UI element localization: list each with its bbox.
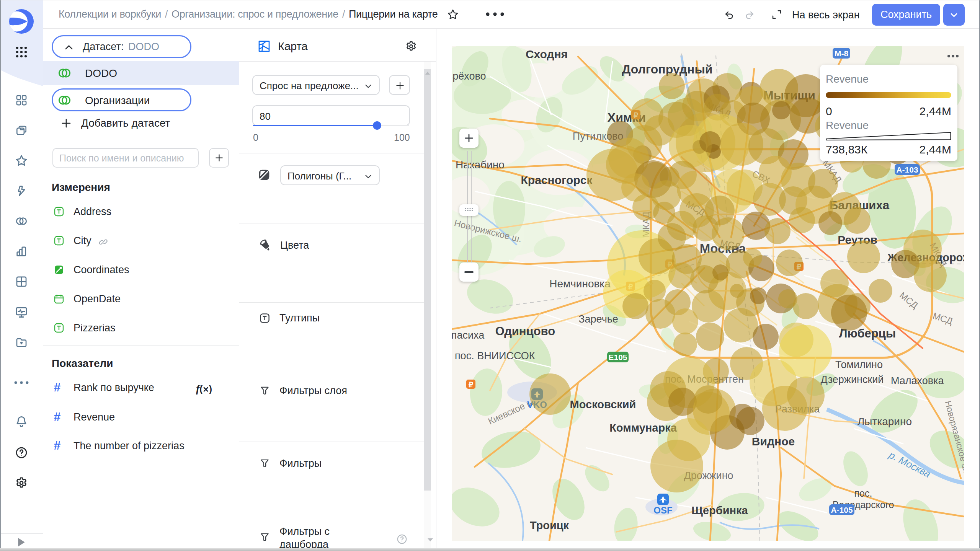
svg-text:А-103: А-103 <box>896 165 918 174</box>
svg-text:Томилино: Томилино <box>835 359 883 370</box>
svg-text:А-105: А-105 <box>831 505 853 514</box>
svg-text:Троицк: Троицк <box>530 519 569 531</box>
svg-text:₽: ₽ <box>469 381 473 389</box>
svg-text:Красногорск: Красногорск <box>521 174 593 186</box>
svg-text:Одинцово: Одинцово <box>495 324 555 338</box>
svg-text:пос. ВНИИССОК: пос. ВНИИССОК <box>455 350 535 362</box>
svg-text:Сходня: Сходня <box>526 48 568 60</box>
svg-text:Дзержинский: Дзержинский <box>821 374 884 385</box>
svg-text:М-8: М-8 <box>835 49 848 58</box>
svg-text:Щербинка: Щербинка <box>691 504 748 517</box>
svg-text:Заречье: Заречье <box>578 313 618 325</box>
svg-text:пасиха: пасиха <box>452 329 485 341</box>
svg-text:Малаховка: Малаховка <box>891 375 944 386</box>
svg-text:Немчиновка: Немчиновка <box>549 278 611 290</box>
svg-text:Коммунарка: Коммунарка <box>609 422 677 434</box>
svg-text:Е105: Е105 <box>608 353 627 362</box>
svg-text:Нахабино: Нахабино <box>456 159 505 171</box>
svg-text:OSF: OSF <box>653 505 672 515</box>
svg-text:Московский: Московский <box>570 398 636 411</box>
svg-text:пос.: пос. <box>854 488 872 499</box>
svg-text:Видное: Видное <box>752 435 795 448</box>
svg-text:Лыткарино: Лыткарино <box>858 416 912 427</box>
svg-text:Брёхово: Брёхово <box>452 70 486 82</box>
